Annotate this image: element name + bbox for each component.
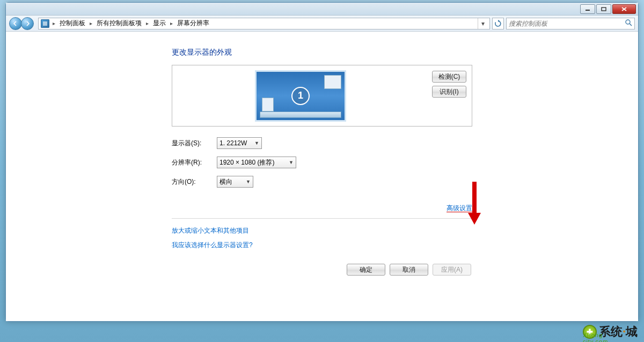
display-preview: 1 检测(C) 识别(I) (172, 65, 472, 127)
separator (172, 218, 472, 219)
refresh-icon (494, 20, 502, 27)
breadcrumb-item[interactable]: 控制面板 (58, 18, 86, 28)
chevron-right-icon: ▸ (89, 20, 93, 26)
back-icon (13, 21, 18, 26)
content-area: 更改显示器的外观 1 检测(C) 识别(I) 显示器(S): (6, 32, 638, 321)
settings-form: 显示器(S): 1. 2212W ▼ 分辨率(R): 1920 × 1080 (… (172, 137, 472, 188)
address-bar: ▸ 控制面板 ▸ 所有控制面板项 ▸ 显示 ▸ 屏幕分辨率 ▾ (6, 16, 638, 32)
svg-line-4 (630, 24, 632, 26)
text-scaling-link[interactable]: 放大或缩小文本和其他项目 (172, 226, 472, 235)
monitor-1[interactable]: 1 (255, 70, 346, 122)
chevron-down-icon: ▼ (246, 179, 251, 184)
maximize-button[interactable] (596, 4, 611, 14)
close-button[interactable] (612, 4, 636, 14)
svg-rect-0 (586, 10, 590, 11)
svg-rect-2 (43, 21, 47, 26)
chevron-down-icon: ▼ (254, 140, 259, 146)
back-button[interactable] (9, 17, 22, 30)
resolution-value: 1920 × 1080 (推荐) (219, 158, 274, 167)
breadcrumb-item[interactable]: 显示 (152, 18, 167, 28)
display-select[interactable]: 1. 2212W ▼ (217, 137, 262, 149)
breadcrumb-bar[interactable]: ▸ 控制面板 ▸ 所有控制面板项 ▸ 显示 ▸ 屏幕分辨率 ▾ (38, 18, 490, 29)
address-dropdown-button[interactable]: ▾ (478, 18, 487, 29)
ok-button[interactable]: 确定 (347, 264, 385, 276)
forward-button[interactable] (21, 17, 34, 30)
minimize-icon (585, 7, 590, 11)
chevron-right-icon: ▸ (145, 20, 150, 26)
orientation-value: 横向 (219, 177, 232, 187)
detect-button[interactable]: 检测(C) (432, 71, 466, 83)
svg-rect-5 (472, 182, 477, 213)
search-icon (625, 19, 632, 28)
advanced-settings-link[interactable]: 高级设置 (447, 204, 472, 213)
settings-panel: 更改显示器的外观 1 检测(C) 识别(I) 显示器(S): (172, 48, 472, 276)
svg-point-3 (626, 20, 630, 24)
nav-buttons (9, 17, 34, 30)
display-value: 1. 2212W (219, 139, 247, 147)
breadcrumb-item[interactable]: 所有控制面板项 (96, 18, 143, 28)
identify-button[interactable]: 识别(I) (432, 86, 466, 98)
window-icon (262, 98, 274, 111)
resolution-row: 分辨率(R): 1920 × 1080 (推荐) ▼ (172, 157, 472, 168)
cancel-button[interactable]: 取消 (390, 264, 428, 276)
dialog-buttons: 确定 取消 应用(A) (172, 264, 472, 276)
window: ▸ 控制面板 ▸ 所有控制面板项 ▸ 显示 ▸ 屏幕分辨率 ▾ 更改显示器的外观 (5, 2, 639, 322)
resolution-select[interactable]: 1920 × 1080 (推荐) ▼ (217, 157, 296, 168)
orientation-label: 方向(O): (172, 177, 209, 187)
chevron-right-icon: ▸ (52, 20, 56, 26)
display-row: 显示器(S): 1. 2212W ▼ (172, 137, 472, 149)
preview-area[interactable]: 1 (175, 69, 426, 123)
search-box[interactable] (506, 18, 635, 29)
window-icon (324, 75, 341, 89)
chevron-down-icon: ▼ (289, 160, 294, 165)
orientation-row: 方向(O): 横向 ▼ (172, 176, 472, 188)
watermark-sub: Xitong city.com (583, 332, 630, 342)
svg-rect-1 (602, 8, 606, 11)
display-help-link[interactable]: 我应该选择什么显示器设置? (172, 241, 472, 250)
preview-side-buttons: 检测(C) 识别(I) (430, 69, 469, 123)
close-icon (621, 6, 627, 12)
forward-icon (25, 21, 30, 26)
advanced-row: 高级设置 (172, 204, 472, 213)
display-label: 显示器(S): (172, 139, 209, 148)
apply-button[interactable]: 应用(A) (433, 264, 471, 276)
page-title: 更改显示器的外观 (172, 48, 472, 57)
orientation-select[interactable]: 横向 ▼ (217, 176, 253, 188)
monitor-number: 1 (291, 87, 310, 105)
maximize-icon (601, 7, 606, 11)
watermark: ✚ 系统·城 Xitong city.com (583, 324, 638, 340)
minimize-button[interactable] (580, 4, 595, 14)
resolution-label: 分辨率(R): (172, 158, 209, 167)
search-input[interactable] (509, 20, 625, 27)
breadcrumb-item[interactable]: 屏幕分辨率 (176, 18, 210, 28)
chevron-right-icon: ▸ (169, 20, 174, 26)
refresh-button[interactable] (492, 18, 504, 29)
help-links: 放大或缩小文本和其他项目 我应该选择什么显示器设置? (172, 226, 472, 250)
control-panel-icon (41, 19, 49, 28)
titlebar (6, 3, 638, 16)
